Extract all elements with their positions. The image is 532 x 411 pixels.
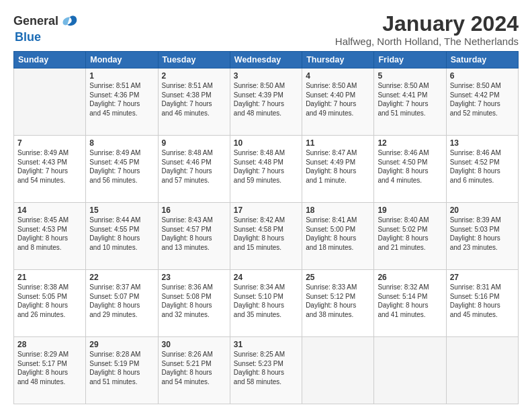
calendar-cell xyxy=(374,337,446,404)
day-number: 3 xyxy=(234,71,298,81)
day-info: Sunrise: 8:38 AM Sunset: 5:05 PM Dayligh… xyxy=(17,283,82,319)
calendar-cell xyxy=(446,337,518,404)
calendar-cell: 25Sunrise: 8:33 AM Sunset: 5:12 PM Dayli… xyxy=(302,270,374,337)
day-number: 30 xyxy=(162,340,226,349)
calendar-cell: 10Sunrise: 8:48 AM Sunset: 4:48 PM Dayli… xyxy=(230,136,302,203)
day-info: Sunrise: 8:29 AM Sunset: 5:17 PM Dayligh… xyxy=(17,350,82,386)
day-info: Sunrise: 8:50 AM Sunset: 4:42 PM Dayligh… xyxy=(450,81,515,118)
calendar-cell: 11Sunrise: 8:47 AM Sunset: 4:49 PM Dayli… xyxy=(302,136,374,203)
day-info: Sunrise: 8:39 AM Sunset: 5:03 PM Dayligh… xyxy=(450,216,515,252)
calendar-cell: 6Sunrise: 8:50 AM Sunset: 4:42 PM Daylig… xyxy=(446,68,518,136)
calendar-cell: 27Sunrise: 8:31 AM Sunset: 5:16 PM Dayli… xyxy=(446,270,518,337)
day-info: Sunrise: 8:50 AM Sunset: 4:41 PM Dayligh… xyxy=(378,81,442,118)
calendar-cell: 17Sunrise: 8:42 AM Sunset: 4:58 PM Dayli… xyxy=(230,203,302,270)
calendar-cell: 12Sunrise: 8:46 AM Sunset: 4:50 PM Dayli… xyxy=(374,136,446,203)
day-number: 20 xyxy=(450,205,515,215)
calendar-header-thursday: Thursday xyxy=(302,52,374,68)
logo-blue-text: Blue xyxy=(15,31,41,44)
day-info: Sunrise: 8:45 AM Sunset: 4:53 PM Dayligh… xyxy=(17,216,82,252)
day-number: 6 xyxy=(450,71,515,81)
day-info: Sunrise: 8:50 AM Sunset: 4:39 PM Dayligh… xyxy=(234,81,298,118)
day-info: Sunrise: 8:51 AM Sunset: 4:36 PM Dayligh… xyxy=(89,81,154,118)
day-number: 27 xyxy=(450,273,515,282)
calendar-cell: 2Sunrise: 8:51 AM Sunset: 4:38 PM Daylig… xyxy=(158,68,230,136)
day-info: Sunrise: 8:40 AM Sunset: 5:02 PM Dayligh… xyxy=(378,216,442,252)
calendar-cell: 30Sunrise: 8:26 AM Sunset: 5:21 PM Dayli… xyxy=(158,337,230,404)
calendar-cell: 8Sunrise: 8:49 AM Sunset: 4:45 PM Daylig… xyxy=(86,136,158,203)
calendar-cell: 22Sunrise: 8:37 AM Sunset: 5:07 PM Dayli… xyxy=(86,270,158,337)
calendar-cell: 4Sunrise: 8:50 AM Sunset: 4:40 PM Daylig… xyxy=(302,68,374,136)
day-number: 21 xyxy=(17,273,82,282)
day-number: 7 xyxy=(17,138,82,148)
calendar-week-row: 7Sunrise: 8:49 AM Sunset: 4:43 PM Daylig… xyxy=(14,136,519,203)
calendar-table: SundayMondayTuesdayWednesdayThursdayFrid… xyxy=(13,51,519,404)
day-number: 29 xyxy=(89,340,154,349)
logo-icon xyxy=(60,12,79,31)
calendar-cell: 16Sunrise: 8:43 AM Sunset: 4:57 PM Dayli… xyxy=(158,203,230,270)
day-number: 18 xyxy=(306,205,370,215)
logo: General Blue xyxy=(13,12,79,44)
day-info: Sunrise: 8:46 AM Sunset: 4:52 PM Dayligh… xyxy=(450,148,515,185)
calendar-header-row: SundayMondayTuesdayWednesdayThursdayFrid… xyxy=(14,52,519,68)
day-number: 8 xyxy=(89,138,154,148)
day-number: 14 xyxy=(17,205,82,215)
day-number: 13 xyxy=(450,138,515,148)
day-number: 9 xyxy=(162,138,226,148)
header: General Blue January 2024 Halfweg, North… xyxy=(13,12,519,47)
location-title: Halfweg, North Holland, The Netherlands xyxy=(335,36,519,47)
calendar-cell: 5Sunrise: 8:50 AM Sunset: 4:41 PM Daylig… xyxy=(374,68,446,136)
calendar-week-row: 14Sunrise: 8:45 AM Sunset: 4:53 PM Dayli… xyxy=(14,203,519,270)
day-number: 25 xyxy=(306,273,370,282)
day-info: Sunrise: 8:32 AM Sunset: 5:14 PM Dayligh… xyxy=(378,283,442,319)
day-number: 17 xyxy=(234,205,298,215)
calendar-cell: 20Sunrise: 8:39 AM Sunset: 5:03 PM Dayli… xyxy=(446,203,518,270)
day-info: Sunrise: 8:43 AM Sunset: 4:57 PM Dayligh… xyxy=(162,216,226,252)
day-number: 24 xyxy=(234,273,298,282)
calendar-cell: 28Sunrise: 8:29 AM Sunset: 5:17 PM Dayli… xyxy=(14,337,86,404)
calendar-cell: 7Sunrise: 8:49 AM Sunset: 4:43 PM Daylig… xyxy=(14,136,86,203)
calendar-header-sunday: Sunday xyxy=(14,52,86,68)
calendar-cell: 15Sunrise: 8:44 AM Sunset: 4:55 PM Dayli… xyxy=(86,203,158,270)
calendar-cell: 13Sunrise: 8:46 AM Sunset: 4:52 PM Dayli… xyxy=(446,136,518,203)
calendar-week-row: 1Sunrise: 8:51 AM Sunset: 4:36 PM Daylig… xyxy=(14,68,519,136)
day-info: Sunrise: 8:25 AM Sunset: 5:23 PM Dayligh… xyxy=(234,350,298,386)
day-info: Sunrise: 8:49 AM Sunset: 4:45 PM Dayligh… xyxy=(89,148,154,185)
day-info: Sunrise: 8:47 AM Sunset: 4:49 PM Dayligh… xyxy=(306,148,370,185)
day-number: 16 xyxy=(162,205,226,215)
day-info: Sunrise: 8:42 AM Sunset: 4:58 PM Dayligh… xyxy=(234,216,298,252)
calendar-header-wednesday: Wednesday xyxy=(230,52,302,68)
day-info: Sunrise: 8:46 AM Sunset: 4:50 PM Dayligh… xyxy=(378,148,442,185)
calendar-cell: 21Sunrise: 8:38 AM Sunset: 5:05 PM Dayli… xyxy=(14,270,86,337)
day-info: Sunrise: 8:26 AM Sunset: 5:21 PM Dayligh… xyxy=(162,350,226,386)
calendar-cell: 3Sunrise: 8:50 AM Sunset: 4:39 PM Daylig… xyxy=(230,68,302,136)
title-block: January 2024 Halfweg, North Holland, The… xyxy=(335,12,519,47)
day-number: 26 xyxy=(378,273,442,282)
day-number: 4 xyxy=(306,71,370,81)
day-info: Sunrise: 8:48 AM Sunset: 4:46 PM Dayligh… xyxy=(162,148,226,185)
day-number: 1 xyxy=(89,71,154,81)
day-info: Sunrise: 8:44 AM Sunset: 4:55 PM Dayligh… xyxy=(89,216,154,252)
calendar-cell xyxy=(302,337,374,404)
day-info: Sunrise: 8:48 AM Sunset: 4:48 PM Dayligh… xyxy=(234,148,298,185)
calendar-week-row: 21Sunrise: 8:38 AM Sunset: 5:05 PM Dayli… xyxy=(14,270,519,337)
calendar-week-row: 28Sunrise: 8:29 AM Sunset: 5:17 PM Dayli… xyxy=(14,337,519,404)
day-info: Sunrise: 8:34 AM Sunset: 5:10 PM Dayligh… xyxy=(234,283,298,319)
calendar-cell: 9Sunrise: 8:48 AM Sunset: 4:46 PM Daylig… xyxy=(158,136,230,203)
logo-general-text: General xyxy=(13,15,58,28)
month-title: January 2024 xyxy=(335,12,519,36)
day-info: Sunrise: 8:49 AM Sunset: 4:43 PM Dayligh… xyxy=(17,148,82,185)
calendar-cell: 1Sunrise: 8:51 AM Sunset: 4:36 PM Daylig… xyxy=(86,68,158,136)
day-info: Sunrise: 8:31 AM Sunset: 5:16 PM Dayligh… xyxy=(450,283,515,319)
day-number: 10 xyxy=(234,138,298,148)
day-info: Sunrise: 8:33 AM Sunset: 5:12 PM Dayligh… xyxy=(306,283,370,319)
day-number: 23 xyxy=(162,273,226,282)
day-number: 11 xyxy=(306,138,370,148)
calendar-header-tuesday: Tuesday xyxy=(158,52,230,68)
day-info: Sunrise: 8:51 AM Sunset: 4:38 PM Dayligh… xyxy=(162,81,226,118)
calendar-cell: 29Sunrise: 8:28 AM Sunset: 5:19 PM Dayli… xyxy=(86,337,158,404)
day-info: Sunrise: 8:50 AM Sunset: 4:40 PM Dayligh… xyxy=(306,81,370,118)
calendar-cell: 23Sunrise: 8:36 AM Sunset: 5:08 PM Dayli… xyxy=(158,270,230,337)
calendar-cell: 24Sunrise: 8:34 AM Sunset: 5:10 PM Dayli… xyxy=(230,270,302,337)
page: General Blue January 2024 Halfweg, North… xyxy=(0,0,532,411)
day-info: Sunrise: 8:36 AM Sunset: 5:08 PM Dayligh… xyxy=(162,283,226,319)
